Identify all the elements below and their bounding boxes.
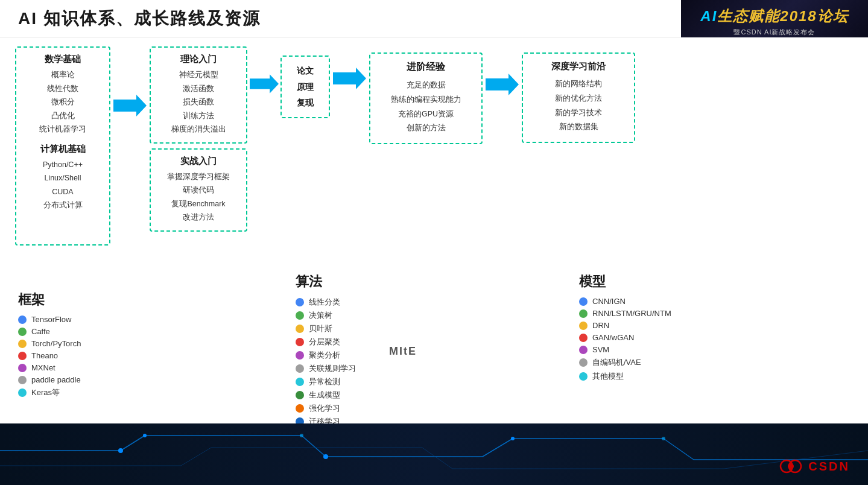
deep-item-3: 新的学习技术 [531,106,626,121]
math-title: 数学基础 [24,54,102,65]
adv-item-2: 熟练的编程实现能力 [379,93,473,107]
alg-item-3: 贝叶斯 [296,323,434,334]
csdn-icon [779,455,802,478]
model-item-6: 自编码机/VAE [579,357,754,368]
deep-item-2: 新的优化方法 [531,92,626,106]
fw-label-1: TensorFlow [31,315,71,324]
algorithm-title: 算法 [296,273,434,291]
svg-point-21 [118,448,123,453]
alg-item-6: 关联规则学习 [296,363,434,374]
paper-line-3: 复现 [297,95,314,111]
fw-label-5: MXNet [31,363,55,372]
algorithm-list: 线性分类 决策树 贝叶斯 分层聚类 聚类分析 关联规则学习 [296,297,434,440]
model-label-2: RNN/LSTM/GRU/NTM [592,309,671,318]
alg-dot-5 [296,351,304,360]
alg-label-5: 聚类分析 [309,350,340,361]
fw-label-6: paddle paddle [31,375,81,384]
main-area: 数学基础 概率论 线性代数 微积分 凸优化 统计机器学习 计算机基础 Pytho… [0,37,868,425]
alg-item-8: 生成模型 [296,390,434,401]
fw-dot-7 [18,388,27,397]
model-dot-6 [579,358,588,367]
fw-dot-3 [18,340,27,348]
arrow-2-top-svg [250,74,279,94]
alg-dot-2 [296,311,304,320]
svg-point-39 [662,437,665,440]
theory-column: 理论入门 神经元模型 激活函数 损失函数 训练方法 梯度的消失溢出 实战入门 掌… [150,46,247,232]
model-title: 模型 [579,273,754,291]
alg-label-1: 线性分类 [309,297,340,308]
alg-dot-3 [296,325,304,333]
alg-item-9: 强化学习 [296,403,434,414]
deep-learning-box: 深度学习前沿 新的网络结构 新的优化方法 新的学习技术 新的数据集 [522,52,635,143]
svg-point-29 [511,437,515,440]
alg-dot-8 [296,391,304,399]
alg-dot-1 [296,298,304,306]
svg-line-35 [422,448,452,469]
alg-dot-9 [296,404,304,413]
computer-items: Python/C++ Linux/Shell CUDA 分布式计算 [24,158,102,212]
svg-marker-18 [486,74,519,95]
paper-line-1: 论文 [297,63,314,79]
alg-label-4: 分层聚类 [309,337,340,347]
svg-line-20 [121,436,145,451]
alg-label-8: 生成模型 [309,390,340,401]
alg-dot-6 [296,364,304,373]
arrow-4 [483,46,522,95]
framework-section: 框架 TensorFlow Caffe Torch/PyTorch Theano… [18,291,157,401]
math-item-4: 凸优化 [24,109,102,123]
fw-dot-1 [18,315,27,324]
model-label-1: CNN/IGN [592,297,626,306]
svg-line-30 [664,439,694,460]
fw-label-3: Torch/PyTorch [31,339,81,348]
alg-label-6: 关联规则学习 [309,363,356,374]
theory-box: 理论入门 神经元模型 激活函数 损失函数 训练方法 梯度的消失溢出 [150,46,247,144]
deep-item-1: 新的网络结构 [531,77,626,92]
advanced-box: 进阶经验 充足的数据 熟练的编程实现能力 充裕的GPU资源 创新的方法 [369,52,483,144]
foundations-box: 数学基础 概率论 线性代数 微积分 凸优化 统计机器学习 计算机基础 Pytho… [15,46,110,246]
adv-item-1: 充足的数据 [379,78,473,93]
svg-point-23 [143,434,147,437]
model-section: 模型 CNN/IGN RNN/LSTM/GRU/NTM DRN GAN/wGAN… [579,273,754,385]
alg-dot-4 [296,338,304,346]
bottom-strip: CSDN [0,423,868,485]
fw-label-7: Keras等 [31,387,60,398]
alg-label-3: 贝叶斯 [309,323,332,334]
fw-dot-5 [18,364,27,372]
model-label-6: 自编码机/VAE [592,357,641,368]
math-item-3: 微积分 [24,95,102,109]
flow-diagram: 数学基础 概率论 线性代数 微积分 凸优化 统计机器学习 计算机基础 Pytho… [15,46,635,246]
paper-box: 论文 原理 复现 [280,55,330,118]
computer-title: 计算机基础 [24,144,102,155]
fw-item-1: TensorFlow [18,315,157,324]
logo-main: AI生态赋能2018论坛 [700,7,848,26]
deep-title: 深度学习前沿 [531,61,626,72]
practice-item-4: 改进方法 [158,211,239,224]
csdn-text: CSDN [808,460,850,474]
circuit-svg [0,423,868,485]
theory-item-5: 梯度的消失溢出 [158,122,239,136]
math-item-5: 统计机器学习 [24,122,102,136]
arrow-2-top [247,46,280,94]
fw-item-6: paddle paddle [18,375,157,384]
fw-dot-4 [18,352,27,360]
comp-item-3: CUDA [24,185,102,199]
fw-label-2: Caffe [31,327,50,336]
model-dot-7 [579,372,588,381]
fw-item-2: Caffe [18,327,157,336]
model-dot-1 [579,297,588,306]
comp-item-1: Python/C++ [24,158,102,172]
model-item-5: SVM [579,345,754,354]
math-items: 概率论 线性代数 微积分 凸优化 统计机器学习 [24,68,102,136]
adv-item-4: 创新的方法 [379,121,473,136]
alg-item-2: 决策树 [296,310,434,321]
math-item-1: 概率论 [24,68,102,82]
practice-item-2: 研读代码 [158,183,239,197]
framework-title: 框架 [18,291,157,309]
fw-item-3: Torch/PyTorch [18,339,157,348]
spacer [247,99,280,188]
fw-item-5: MXNet [18,363,157,372]
model-label-3: DRN [592,321,609,330]
fw-dot-6 [18,376,27,384]
framework-list: TensorFlow Caffe Torch/PyTorch Theano MX… [18,315,157,398]
svg-point-26 [323,454,328,459]
